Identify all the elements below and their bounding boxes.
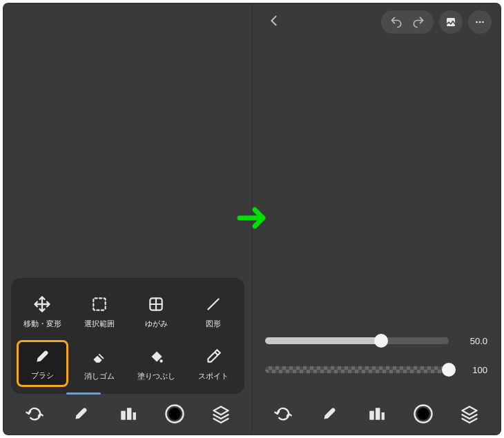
- more-button[interactable]: [468, 10, 492, 34]
- tool-label: 消しゴム: [84, 371, 115, 381]
- svg-point-10: [479, 21, 481, 23]
- image-button[interactable]: [439, 10, 463, 34]
- screen-after: 50.0 100: [253, 4, 500, 434]
- eyedropper-icon: [203, 346, 224, 367]
- svg-point-11: [482, 21, 484, 23]
- canvas[interactable]: [4, 4, 251, 278]
- tool-label: ゆがみ: [145, 319, 168, 329]
- slider-panel: 50.0 100: [253, 326, 500, 394]
- rotate-button[interactable]: [21, 401, 48, 427]
- tool-brush[interactable]: ブラシ: [17, 340, 68, 387]
- svg-rect-13: [376, 408, 380, 419]
- color-button[interactable]: [410, 401, 436, 427]
- bottom-toolbar: [4, 394, 251, 434]
- palette-button[interactable]: [115, 401, 141, 427]
- brush-button[interactable]: [68, 401, 94, 427]
- svg-point-2: [160, 359, 163, 362]
- bottom-toolbar: [253, 394, 500, 434]
- size-value: 50.0: [460, 336, 487, 346]
- opacity-slider-row: 100: [265, 355, 487, 384]
- layers-button[interactable]: [456, 401, 483, 427]
- svg-point-16: [417, 408, 429, 420]
- tool-label: 移動・変形: [23, 319, 61, 329]
- svg-point-7: [168, 408, 181, 420]
- svg-rect-5: [133, 412, 136, 420]
- svg-rect-3: [121, 411, 126, 420]
- tool-eyedropper[interactable]: スポイト: [188, 340, 240, 387]
- move-icon: [32, 294, 52, 315]
- transition-arrow-icon: [235, 201, 269, 237]
- svg-rect-12: [369, 411, 374, 420]
- size-slider-row: 50.0: [265, 326, 487, 355]
- tool-eraser[interactable]: 消しゴム: [74, 340, 126, 387]
- svg-rect-4: [127, 408, 132, 419]
- tool-label: 塗りつぶし: [137, 371, 175, 381]
- top-toolbar: [253, 4, 500, 40]
- selection-icon: [89, 294, 110, 315]
- screen-before: 移動・変形 選択範囲 ゆがみ 図形: [4, 4, 251, 434]
- grid-icon: [146, 294, 166, 315]
- tool-move[interactable]: 移動・変形: [17, 288, 68, 335]
- brush-button[interactable]: [316, 401, 342, 427]
- palette-button[interactable]: [363, 401, 389, 427]
- tool-fill[interactable]: 塗りつぶし: [130, 340, 182, 387]
- svg-rect-0: [93, 298, 105, 310]
- layers-button[interactable]: [208, 401, 234, 427]
- undo-button[interactable]: [385, 12, 407, 32]
- tool-select[interactable]: 選択範囲: [74, 288, 126, 335]
- color-button[interactable]: [162, 401, 188, 427]
- tool-distort[interactable]: ゆがみ: [130, 288, 182, 335]
- rotate-button[interactable]: [270, 401, 296, 427]
- tool-label: 選択範囲: [84, 319, 115, 329]
- size-slider[interactable]: [265, 337, 449, 344]
- brush-icon: [32, 346, 52, 366]
- tool-shape[interactable]: 図形: [188, 288, 240, 335]
- svg-rect-14: [382, 412, 385, 420]
- line-icon: [203, 294, 224, 315]
- canvas[interactable]: [253, 40, 500, 326]
- undo-redo-pill: [381, 10, 434, 34]
- opacity-slider[interactable]: [265, 366, 449, 373]
- bucket-icon: [146, 346, 166, 367]
- tool-grid: 移動・変形 選択範囲 ゆがみ 図形: [11, 278, 244, 394]
- opacity-value: 100: [460, 365, 487, 375]
- tool-label: ブラシ: [31, 370, 54, 381]
- svg-point-9: [476, 21, 478, 23]
- tool-label: スポイト: [198, 371, 229, 381]
- back-button[interactable]: [261, 10, 287, 34]
- eraser-icon: [89, 346, 110, 367]
- tool-label: 図形: [206, 319, 221, 329]
- redo-button[interactable]: [407, 12, 429, 32]
